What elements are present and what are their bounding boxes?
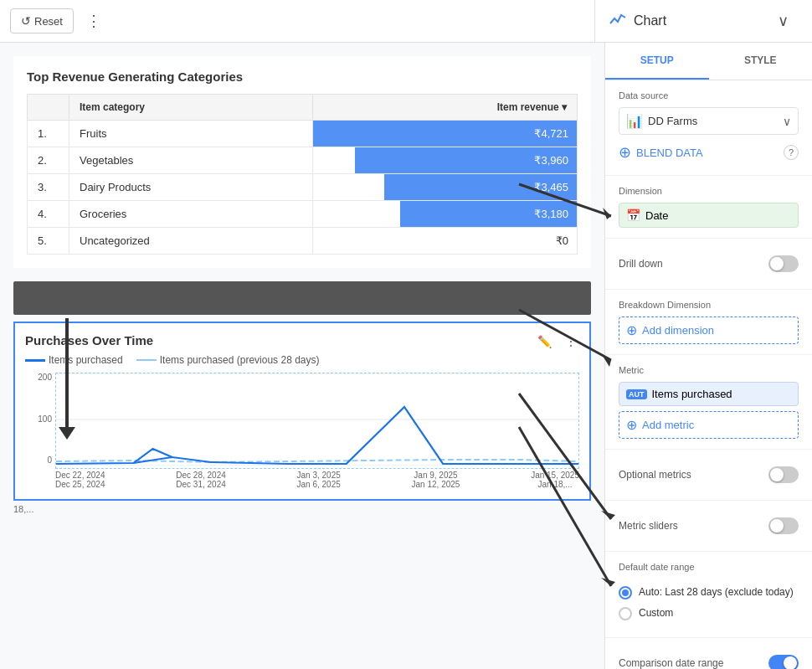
metric-value: Items purchased [652,388,732,400]
data-table: Item category Item revenue ▾ 1.Fruits₹4,… [27,94,578,255]
metric-label: Metric [619,365,799,375]
panel-tabs: SETUP STYLE [605,43,812,80]
optional-metrics-label: Optional metrics [619,469,691,481]
add-metric-plus-icon: ⊕ [626,417,637,433]
dimension-value: Date [645,209,668,222]
blend-row[interactable]: ⊕ BLEND DATA ? [619,140,799,165]
drilldown-row: Drill down [619,249,799,279]
custom-radio[interactable] [619,607,632,620]
dimension-label: Dimension [619,186,799,196]
chart-title: Chart [634,13,771,28]
revenue-header[interactable]: Item revenue ▾ [312,95,577,121]
revenue-value: ₹3,465 [313,174,577,200]
main-content: Top Revenue Generating Categories Item c… [0,43,812,669]
metric-sliders-row: Metric sliders [619,511,799,541]
metric-sliders-toggle[interactable] [768,517,799,534]
category-header[interactable]: Item category [69,95,313,121]
revenue-cell: ₹3,180 [312,201,577,228]
tab-style[interactable]: STYLE [709,43,813,80]
legend-solid-label: Items purchased [49,354,123,366]
chart-toolbar: ✏️ ⋮ [532,330,583,353]
comparison-row: Comparison date range [619,648,799,669]
category-cell: Uncategorized [69,228,313,255]
date-range-section: Default date range Auto: Last 28 days (e… [605,552,812,638]
tab-setup[interactable]: SETUP [605,43,709,80]
datasource-label: Data source [619,90,799,100]
breakdown-section: Breakdown Dimension ⊕ Add dimension [605,290,812,355]
top-bar-left: ↺ Reset ⋮ [10,8,107,34]
panel-collapse-icon[interactable]: ∨ [778,12,789,30]
comparison-label: Comparison date range [619,657,723,669]
add-metric-label: Add metric [642,419,694,431]
datasource-name: DD Farms [648,115,778,127]
custom-radio-row[interactable]: Custom [619,603,799,624]
legend-dashed-label: Items purchased (previous 28 days) [160,354,320,366]
more-button[interactable]: ⋮ [80,8,107,34]
blend-plus-icon: ⊕ [619,143,631,162]
drilldown-section: Drill down [605,239,812,290]
table-row: 1.Fruits₹4,721 [28,121,578,147]
y-label-0: 0 [47,455,52,465]
auto-radio-label: Auto: Last 28 days (exclude today) [639,585,794,600]
add-dimension-button[interactable]: ⊕ Add dimension [619,316,799,344]
comparison-knob [784,656,797,669]
table-row: 4.Groceries₹3,180 [28,201,578,228]
blend-label: BLEND DATA [636,147,703,159]
category-cell: Vegetables [69,147,313,174]
revenue-value: ₹3,180 [313,201,577,227]
datasource-row[interactable]: 📊 DD Farms ∨ [619,107,799,135]
reset-button[interactable]: ↺ Reset [10,8,74,33]
legend-dashed: Items purchased (previous 28 days) [136,354,320,366]
revenue-value: ₹3,960 [313,147,577,173]
date-range-radio-group: Auto: Last 28 days (exclude today) Custo… [619,579,799,627]
table-row: 5.Uncategorized₹0 [28,228,578,255]
datasource-section: Data source 📊 DD Farms ∨ ⊕ BLEND DATA ? [605,80,812,176]
revenue-cell: ₹3,465 [312,174,577,201]
edit-chart-button[interactable]: ✏️ [532,330,556,353]
chart-with-yaxis: 200 100 0 [25,373,579,469]
add-dimension-label: Add dimension [642,324,714,337]
optional-metrics-knob [770,468,784,481]
blend-help-icon[interactable]: ? [784,145,799,160]
auto-radio[interactable] [619,586,632,600]
chart-section-title: Purchases Over Time [25,333,579,347]
revenue-cell: ₹3,960 [312,147,577,174]
table-row: 2.Vegetables₹3,960 [28,147,578,174]
x-label-2: Dec 28, 2024 Dec 31, 2024 [176,471,226,489]
table-title: Top Revenue Generating Categories [27,69,578,84]
drilldown-knob [770,257,784,270]
metric-chip[interactable]: AUT Items purchased [619,382,799,406]
chart-svg [56,373,578,466]
left-panel: Top Revenue Generating Categories Item c… [0,43,604,669]
optional-metrics-toggle[interactable] [768,466,799,483]
chart-more-button[interactable]: ⋮ [559,330,583,353]
category-cell: Dairy Products [69,174,313,201]
table-section: Top Revenue Generating Categories Item c… [13,56,591,268]
comparison-toggle[interactable] [768,655,799,669]
optional-metrics-section: Optional metrics [605,450,812,501]
revenue-cell: ₹0 [312,228,577,255]
rank-cell: 4. [28,201,69,228]
bottom-label: 18,... [13,504,591,514]
y-axis: 200 100 0 [25,373,55,465]
dimension-chip[interactable]: 📅 Date [619,203,799,228]
chart-plot-area [55,373,579,469]
revenue-cell: ₹4,721 [312,121,577,147]
chart-section: ✏️ ⋮ Purchases Over Time Items purchased… [13,322,591,501]
right-panel: SETUP STYLE Data source 📊 DD Farms ∨ ⊕ B… [604,43,812,669]
category-cell: Groceries [69,201,313,228]
x-axis-labels: Dec 22, 2024 Dec 25, 2024 Dec 28, 2024 D… [55,471,579,489]
drilldown-label: Drill down [619,258,663,270]
rank-cell: 1. [28,121,69,147]
rank-cell: 2. [28,147,69,174]
auto-radio-row[interactable]: Auto: Last 28 days (exclude today) [619,582,799,603]
datasource-chevron: ∨ [783,115,791,128]
optional-metrics-row: Optional metrics [619,460,799,490]
breakdown-label: Breakdown Dimension [619,300,799,310]
drilldown-toggle[interactable] [768,255,799,272]
legend-solid-line [25,359,45,362]
add-metric-button[interactable]: ⊕ Add metric [619,411,799,439]
top-bar: ↺ Reset ⋮ Chart ∨ [0,0,812,43]
date-range-label: Default date range [619,562,799,572]
legend-dashed-line [136,359,157,361]
